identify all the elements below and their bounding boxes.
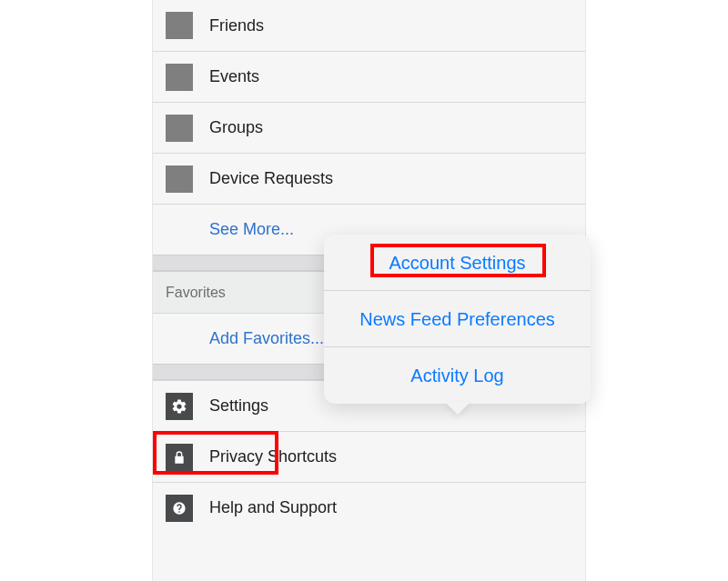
popover-label: News Feed Preferences [359, 309, 555, 329]
nav-label: Groups [209, 118, 263, 137]
gear-icon [166, 393, 193, 420]
spacer [166, 216, 193, 244]
nav-item-help-support[interactable]: Help and Support [153, 482, 585, 533]
nav-section-main: Friends Events Groups Device Requests Se… [153, 0, 585, 255]
nav-item-privacy-shortcuts[interactable]: Privacy Shortcuts [153, 431, 585, 482]
popover-item-news-feed-preferences[interactable]: News Feed Preferences [324, 291, 591, 347]
groups-icon [166, 115, 193, 142]
popover-label: Account Settings [389, 253, 525, 273]
events-icon [166, 64, 193, 91]
device-requests-icon [166, 165, 193, 193]
nav-label: Events [209, 67, 259, 86]
nav-item-groups[interactable]: Groups [153, 102, 585, 153]
help-icon [166, 495, 193, 522]
nav-item-events[interactable]: Events [153, 51, 585, 102]
nav-label: Settings [209, 396, 268, 416]
friends-icon [166, 12, 193, 39]
popover-label: Activity Log [410, 366, 503, 386]
nav-label: Friends [209, 16, 264, 35]
nav-label: Device Requests [209, 169, 333, 188]
lock-icon [166, 444, 193, 471]
settings-popover: Account Settings News Feed Preferences A… [324, 235, 591, 404]
popover-item-activity-log[interactable]: Activity Log [324, 347, 591, 404]
spacer [166, 326, 193, 353]
see-more-label: See More... [209, 220, 294, 239]
nav-label: Help and Support [209, 498, 337, 517]
popover-item-account-settings[interactable]: Account Settings [324, 235, 591, 291]
add-favorites-label: Add Favorites... [209, 329, 324, 348]
nav-item-friends[interactable]: Friends [153, 0, 585, 51]
nav-label: Privacy Shortcuts [209, 447, 337, 466]
nav-item-device-requests[interactable]: Device Requests [153, 153, 585, 204]
